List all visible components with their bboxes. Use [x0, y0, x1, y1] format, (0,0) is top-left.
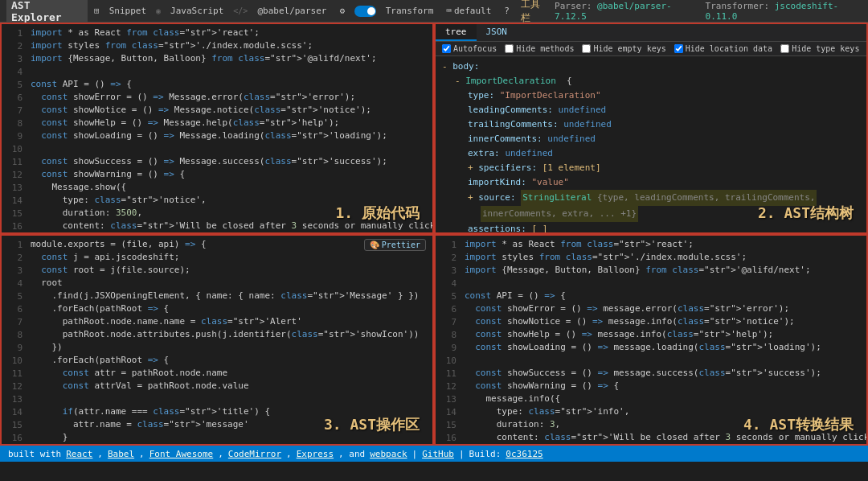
- line-content: const showError = () => message.error(cl…: [465, 303, 863, 314]
- ast-node-line: + specifiers: [1 element]: [442, 161, 860, 175]
- line-number: 12: [5, 169, 23, 180]
- hide-location-option[interactable]: Hide location data: [674, 44, 772, 53]
- hide-type-checkbox[interactable]: [780, 44, 789, 53]
- default-nav[interactable]: ⌨ default: [443, 4, 494, 18]
- ast-collapse-body: -: [442, 61, 448, 72]
- app-logo[interactable]: AST Explorer: [6, 0, 88, 24]
- tab-json[interactable]: JSON: [477, 24, 518, 41]
- line-content: [31, 393, 429, 404]
- line-number: 5: [5, 290, 23, 302]
- line-content: content: class="str">'Will be closed aft…: [465, 432, 866, 442]
- snippet-nav[interactable]: Snippet: [106, 4, 149, 18]
- ast-node-line: assertions: [ ]: [442, 222, 860, 232]
- line-content: const showLoading = () => Message.loadin…: [31, 130, 429, 141]
- code-line: 10: [436, 355, 866, 368]
- line-content: const showSuccess = () => message.succes…: [465, 368, 863, 378]
- line-number: 8: [5, 329, 23, 340]
- build-id-link[interactable]: 0c36125: [506, 449, 542, 459]
- ast-tree-content[interactable]: - body:- ImportDeclaration {type: "Impor…: [436, 56, 866, 232]
- line-number: 5: [439, 290, 457, 302]
- code-line: 16 content: class="str">'Will be closed …: [2, 220, 432, 232]
- line-content: const showHelp = () => Message.help(clas…: [31, 117, 429, 128]
- transform-code-area[interactable]: 1module.exports = (file, api) => {2 cons…: [2, 236, 432, 444]
- line-number: 3: [439, 265, 457, 276]
- hide-location-checkbox[interactable]: [674, 44, 683, 53]
- code-line: 14 type: class="str">'notice',: [2, 195, 432, 208]
- autofocus-option[interactable]: Autofocus: [442, 44, 497, 53]
- code-line: 5 .find(j.JSXOpeningElement, { name: { n…: [2, 290, 432, 303]
- line-number: 10: [5, 355, 23, 366]
- line-content: const showHelp = () => message.info(clas…: [465, 329, 863, 339]
- hide-empty-checkbox[interactable]: [582, 44, 591, 53]
- line-content: const attrVal = pathRoot.node.value: [31, 380, 429, 391]
- line-number: 7: [5, 316, 23, 327]
- ast-node-line: extra: undefined: [442, 146, 860, 161]
- code-line: 2import styles from class="str">'./index…: [2, 40, 432, 53]
- ast-node-line: type: "ImportDeclaration": [442, 88, 860, 103]
- code-line: 12 const attrVal = pathRoot.node.value: [2, 380, 432, 393]
- webpack-link[interactable]: webpack: [370, 449, 407, 459]
- line-number: 8: [439, 329, 457, 340]
- build-label: Build:: [469, 449, 502, 459]
- line-number: 9: [439, 342, 457, 353]
- status-separator: |: [412, 449, 418, 459]
- line-number: 16: [439, 432, 457, 443]
- express-link[interactable]: Express: [297, 449, 334, 459]
- line-content: [465, 278, 863, 288]
- github-link[interactable]: GitHub: [422, 449, 454, 459]
- code-line: 11 const showSuccess = () => Message.suc…: [2, 156, 432, 169]
- main-area: 1import * as React from class="str">'rea…: [0, 23, 868, 446]
- parser-nav[interactable]: @babel/parser: [254, 4, 330, 18]
- line-content: import * as React from class="str">'reac…: [31, 27, 429, 38]
- line-content: attr.name = class="str">'message': [31, 419, 429, 430]
- code-line: 3 const root = j(file.source);: [2, 265, 432, 278]
- line-number: 8: [5, 117, 23, 129]
- ast-node-line: trailingComments: undefined: [442, 117, 860, 132]
- autofocus-checkbox[interactable]: [442, 44, 451, 53]
- line-number: 4: [5, 66, 23, 77]
- code-line: 16 content: class="str">'Will be closed …: [436, 432, 866, 444]
- codemirror-link[interactable]: CodeMirror: [228, 449, 281, 459]
- line-content: const showWarning = () => {: [31, 169, 429, 179]
- code-line: 4 root: [2, 278, 432, 290]
- line-content: pathRoot.node.attributes.push(j.identifi…: [31, 329, 429, 339]
- prettier-icon: 🎨: [370, 240, 379, 249]
- line-number: 15: [5, 419, 23, 430]
- transform-nav[interactable]: Transform: [383, 4, 437, 18]
- hide-type-option[interactable]: Hide type keys: [780, 44, 859, 53]
- line-number: 11: [5, 368, 23, 379]
- line-content: content: class="str">'Will be closed aft…: [31, 220, 432, 231]
- line-content: [31, 66, 429, 76]
- settings-nav[interactable]: ⚙: [336, 4, 348, 18]
- transform-toggle[interactable]: [354, 6, 376, 17]
- babel-link[interactable]: Babel: [108, 449, 134, 459]
- line-number: 15: [439, 419, 457, 430]
- output-code-area[interactable]: 1import * as React from class="str">'rea…: [436, 236, 866, 444]
- source-code-area[interactable]: 1import * as React from class="str">'rea…: [2, 24, 432, 232]
- tab-tree[interactable]: tree: [436, 24, 477, 41]
- code-line: 11 const showSuccess = () => message.suc…: [436, 368, 866, 380]
- help-nav[interactable]: ?: [501, 4, 513, 18]
- code-line: 7 pathRoot.node.name.name = class="str">…: [2, 316, 432, 329]
- font-awesome-link[interactable]: Font Awesome: [149, 449, 213, 459]
- line-content: import {Message, Button, Balloon} from c…: [465, 265, 863, 275]
- line-number: 10: [5, 143, 23, 154]
- line-content: import styles from class="str">'./index.…: [31, 40, 429, 51]
- line-number: 12: [439, 380, 457, 392]
- language-nav[interactable]: JavaScript: [167, 4, 227, 18]
- react-link[interactable]: React: [66, 449, 92, 459]
- line-number: 3: [5, 53, 23, 64]
- hide-methods-option[interactable]: Hide methods: [505, 44, 574, 53]
- code-line: 1import * as React from class="str">'rea…: [2, 27, 432, 40]
- hide-empty-option[interactable]: Hide empty keys: [582, 44, 665, 53]
- code-line: 14 type: class="str">'info',: [436, 406, 866, 419]
- line-content: const attr = pathRoot.node.name: [31, 368, 429, 378]
- prettier-button[interactable]: 🎨 Prettier: [364, 239, 426, 251]
- line-number: 11: [439, 368, 457, 379]
- line-content: Message.show({: [31, 182, 429, 192]
- top-bar: AST Explorer ⊞ Snippet ◉ JavaScript </> …: [0, 0, 868, 23]
- hide-methods-checkbox[interactable]: [505, 44, 514, 53]
- snippet-icon: ⊞: [94, 6, 100, 16]
- line-number: 3: [5, 265, 23, 276]
- line-number: 9: [5, 130, 23, 142]
